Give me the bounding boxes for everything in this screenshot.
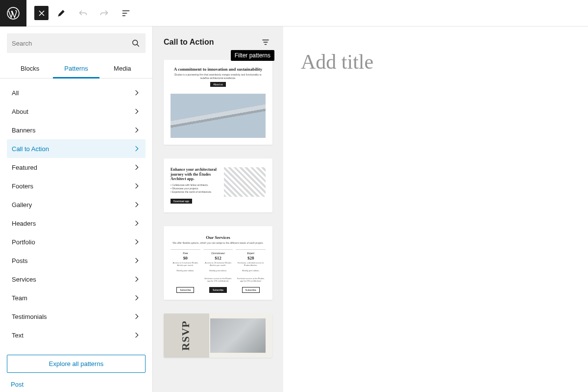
chevron-right-icon	[133, 275, 141, 283]
tools-button[interactable]	[52, 4, 70, 22]
svg-point-1	[133, 40, 138, 45]
category-label: Call to Action	[12, 145, 49, 153]
chevron-right-icon	[133, 163, 141, 171]
top-toolbar	[0, 0, 588, 26]
inserter-tabs: Blocks Patterns Media	[0, 60, 152, 78]
category-label: Footers	[12, 183, 33, 190]
search-field[interactable]	[7, 33, 146, 53]
category-label: Text	[12, 332, 24, 339]
chevron-right-icon	[133, 219, 141, 227]
document-overview-button[interactable]	[117, 4, 135, 22]
pattern-title: Enhance your architectural journey with …	[171, 167, 220, 182]
pattern-preview-card[interactable]: Our Services We offer flexible options, …	[164, 226, 272, 300]
category-item[interactable]: All	[7, 83, 146, 102]
chevron-right-icon	[133, 257, 141, 264]
undo-button[interactable]	[74, 4, 92, 22]
category-label: All	[12, 89, 19, 97]
close-inserter-button[interactable]	[34, 6, 49, 20]
pricing-tier: Expert$28Exclusive, unlimited access to …	[236, 249, 266, 293]
category-item[interactable]: Text	[7, 326, 146, 344]
category-item[interactable]: Team	[7, 288, 146, 307]
redo-icon	[99, 8, 109, 18]
tab-media[interactable]: Media	[99, 60, 146, 78]
chevron-right-icon	[133, 126, 141, 134]
category-item[interactable]: Banners	[7, 121, 146, 139]
category-label: Featured	[12, 164, 37, 171]
filter-tooltip: Filter patterns	[231, 50, 274, 61]
category-item[interactable]: Services	[7, 270, 146, 288]
category-item[interactable]: Call to Action	[7, 139, 146, 158]
chevron-right-icon	[133, 331, 141, 339]
pattern-previews-panel: Call to Action Filter patterns A commitm…	[153, 26, 283, 392]
pattern-title: A commitment to innovation and sustainab…	[171, 67, 266, 72]
pattern-image-placeholder	[210, 318, 266, 353]
chevron-right-icon	[133, 313, 141, 320]
chevron-right-icon	[133, 182, 141, 190]
category-item[interactable]: Posts	[7, 251, 146, 270]
search-icon	[131, 38, 141, 48]
edit-icon	[56, 8, 66, 18]
search-input[interactable]	[12, 40, 131, 47]
pattern-list: • Collaborate with fellow architects. • …	[171, 183, 220, 194]
chevron-right-icon	[133, 89, 141, 97]
pattern-image-placeholder	[171, 94, 266, 138]
pattern-category-heading: Call to Action	[164, 38, 214, 47]
pricing-tier: Free$0Access to 5 exclusive Études Artic…	[171, 249, 200, 293]
pattern-rsvp-label: RSVP	[179, 320, 192, 350]
category-label: Gallery	[12, 201, 32, 209]
chevron-right-icon	[133, 145, 141, 153]
category-item[interactable]: Featured	[7, 158, 146, 177]
pattern-category-list: AllAboutBannersCall to ActionFeaturedFoo…	[0, 78, 152, 351]
pattern-preview-card[interactable]: RSVP	[164, 314, 272, 358]
pattern-subtitle: We offer flexible options, which you can…	[171, 241, 266, 244]
pattern-title: Our Services	[171, 235, 266, 240]
category-item[interactable]: Testimonials	[7, 307, 146, 326]
chevron-right-icon	[133, 238, 141, 246]
pattern-subtitle: Études is a pioneering firm that seamles…	[171, 73, 266, 79]
tab-blocks[interactable]: Blocks	[7, 60, 53, 78]
post-type-link[interactable]: Post	[0, 379, 152, 392]
list-view-icon	[121, 8, 131, 18]
category-label: Testimonials	[12, 313, 47, 320]
wordpress-icon	[7, 7, 20, 20]
tab-patterns[interactable]: Patterns	[53, 60, 99, 78]
pricing-tier: Connoisseur$12Access to 20 exclusive Étu…	[203, 249, 233, 293]
pattern-cta-button: About us	[210, 82, 226, 87]
category-label: About	[12, 108, 28, 115]
category-item[interactable]: Headers	[7, 214, 146, 233]
filter-patterns-button[interactable]	[259, 35, 272, 49]
category-label: Posts	[12, 257, 28, 264]
pattern-image-placeholder	[224, 167, 266, 197]
pricing-tiers: Free$0Access to 5 exclusive Études Artic…	[171, 249, 266, 293]
post-title-input[interactable]: Add title	[301, 50, 570, 74]
pattern-preview-card[interactable]: A commitment to innovation and sustainab…	[164, 60, 272, 145]
pattern-cta-button: Download app	[171, 199, 192, 204]
wordpress-logo[interactable]	[0, 0, 26, 26]
block-inserter-panel: Blocks Patterns Media AllAboutBannersCal…	[0, 26, 153, 392]
category-label: Headers	[12, 220, 36, 227]
filter-icon	[261, 38, 270, 47]
category-label: Portfolio	[12, 238, 35, 246]
category-item[interactable]: Portfolio	[7, 233, 146, 251]
category-item[interactable]: Gallery	[7, 195, 146, 214]
close-icon	[38, 10, 45, 17]
undo-icon	[78, 8, 88, 18]
explore-all-patterns-button[interactable]: Explore all patterns	[7, 355, 146, 373]
category-item[interactable]: About	[7, 102, 146, 121]
chevron-right-icon	[133, 201, 141, 209]
category-label: Banners	[12, 127, 35, 134]
redo-button[interactable]	[96, 4, 113, 22]
editor-canvas[interactable]: Add title	[283, 26, 588, 392]
category-item[interactable]: Footers	[7, 177, 146, 195]
pattern-preview-card[interactable]: Enhance your architectural journey with …	[164, 158, 272, 212]
chevron-right-icon	[133, 107, 141, 115]
chevron-right-icon	[133, 294, 141, 302]
category-label: Services	[12, 276, 36, 283]
category-label: Team	[12, 294, 27, 302]
